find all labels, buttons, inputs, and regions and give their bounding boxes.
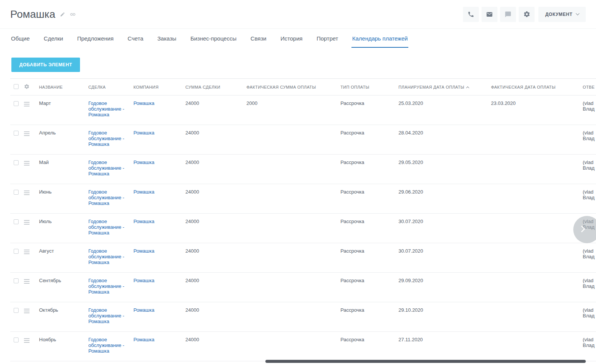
cell-planned-date: 25.03.2020: [394, 95, 486, 125]
row-checkbox[interactable]: [14, 337, 19, 342]
column-header[interactable]: СДЕЛКА: [84, 79, 129, 95]
row-menu-icon[interactable]: [24, 338, 30, 344]
responsible-name-text: Влад: [583, 165, 596, 171]
row-menu-icon[interactable]: [24, 279, 30, 285]
tab-6[interactable]: Связи: [250, 29, 267, 48]
company-link[interactable]: Ромашка: [133, 307, 154, 313]
row-checkbox[interactable]: [14, 278, 19, 283]
row-checkbox[interactable]: [14, 190, 19, 195]
settings-button[interactable]: [519, 7, 535, 22]
planned-date-text: 27.11.2020: [398, 337, 423, 342]
deal-link[interactable]: Годовое обслуживание - Ромашка: [88, 100, 124, 117]
row-menu-icon[interactable]: [24, 131, 30, 137]
column-header[interactable]: ОТВЕ: [578, 79, 596, 95]
responsible-login-text: (vlad: [583, 248, 596, 254]
tab-4[interactable]: Заказы: [157, 29, 177, 48]
add-element-button[interactable]: ДОБАВИТЬ ЭЛЕМЕНТ: [11, 58, 80, 72]
column-header[interactable]: КОМПАНИЯ: [129, 79, 181, 95]
row-checkbox[interactable]: [14, 131, 19, 136]
phone-button[interactable]: [463, 7, 479, 22]
row-checkbox[interactable]: [14, 219, 19, 224]
tab-7[interactable]: История: [280, 29, 303, 48]
cell-payment-type: Рассрочка: [336, 214, 394, 243]
tab-5[interactable]: Бизнес-процессы: [190, 29, 237, 48]
tab-2[interactable]: Предложения: [76, 29, 114, 48]
responsible-name-text: Влад: [583, 106, 596, 112]
cell-deal-sum: 24000: [181, 273, 242, 302]
cell-company: Ромашка: [129, 155, 181, 184]
cell-responsible: (vlad Влад: [578, 243, 596, 273]
company-link[interactable]: Ромашка: [133, 189, 154, 195]
cell-payment-type: Рассрочка: [336, 273, 394, 302]
row-checkbox[interactable]: [14, 249, 19, 254]
name-text: Июль: [39, 219, 52, 224]
company-link[interactable]: Ромашка: [133, 130, 154, 136]
deal-link[interactable]: Годовое обслуживание - Ромашка: [88, 248, 124, 265]
tab-3[interactable]: Счета: [127, 29, 144, 48]
tab-8[interactable]: Портрет: [316, 29, 339, 48]
tab-1[interactable]: Сделки: [43, 29, 64, 48]
cell-planned-date: 30.07.2020: [394, 214, 486, 243]
cell-actual-sum: 2000: [242, 95, 336, 125]
deal-link[interactable]: Годовое обслуживание - Ромашка: [88, 159, 124, 177]
company-link[interactable]: Ромашка: [133, 100, 154, 106]
company-link[interactable]: Ромашка: [133, 248, 154, 254]
sort-asc-icon: [466, 86, 469, 89]
column-header[interactable]: НАЗВАНИЕ: [35, 79, 84, 95]
cell-actual-date: [486, 155, 578, 184]
planned-date-text: 30.07.2020: [398, 219, 423, 224]
row-menu-icon[interactable]: [24, 250, 30, 255]
select-all-checkbox[interactable]: [14, 84, 19, 89]
cell-payment-type: Рассрочка: [336, 243, 394, 273]
planned-date-text: 28.04.2020: [398, 130, 423, 136]
table-row: Август Годовое обслуживание - Ромашка Ро…: [10, 243, 596, 273]
horizontal-scrollbar[interactable]: [265, 360, 586, 363]
cell-deal-sum: 24000: [181, 243, 242, 273]
chat-button[interactable]: [500, 7, 516, 22]
deal-link[interactable]: Годовое обслуживание - Ромашка: [88, 130, 124, 147]
table-row: Март Годовое обслуживание - Ромашка Рома…: [10, 95, 596, 125]
chevron-right-icon: [578, 225, 585, 232]
deal-link[interactable]: Годовое обслуживание - Ромашка: [88, 307, 124, 324]
deal-link[interactable]: Годовое обслуживание - Ромашка: [88, 337, 124, 354]
column-header[interactable]: ТИП ОПЛАТЫ: [336, 79, 394, 95]
tab-bar: ОбщиеСделкиПредложенияСчетаЗаказыБизнес-…: [0, 29, 596, 48]
tab-9[interactable]: Календарь платежей: [351, 29, 408, 48]
column-header[interactable]: ФАКТИЧЕСКАЯ ДАТА ОПЛАТЫ: [486, 79, 578, 95]
cell-responsible: (vlad Влад: [578, 155, 596, 184]
company-link[interactable]: Ромашка: [133, 159, 154, 165]
grid-settings-icon[interactable]: [24, 84, 30, 89]
company-link[interactable]: Ромашка: [133, 337, 154, 342]
cell-planned-date: 29.10.2020: [394, 302, 486, 332]
column-header[interactable]: ПЛАНИРУЕМАЯ ДАТА ОПЛАТЫ: [394, 79, 486, 95]
row-menu-icon[interactable]: [24, 161, 30, 167]
row-checkbox[interactable]: [14, 308, 19, 313]
cell-deal-sum: 24000: [181, 125, 242, 155]
cell-payment-type: Рассрочка: [336, 95, 394, 125]
document-button[interactable]: ДОКУМЕНТ: [538, 7, 586, 22]
cell-payment-type: Рассрочка: [336, 155, 394, 184]
row-check-cell: [10, 214, 22, 243]
email-button[interactable]: [482, 7, 497, 22]
company-link[interactable]: Ромашка: [133, 278, 154, 283]
cell-actual-sum: [242, 214, 336, 243]
edit-pencil-icon[interactable]: [60, 12, 65, 17]
row-menu-icon[interactable]: [24, 220, 30, 226]
link-icon[interactable]: [70, 11, 76, 17]
company-link[interactable]: Ромашка: [133, 219, 154, 224]
row-check-cell: [10, 332, 22, 361]
tab-0[interactable]: Общие: [10, 29, 30, 48]
deal-link[interactable]: Годовое обслуживание - Ромашка: [88, 189, 124, 206]
responsible-login-text: (vlad: [583, 189, 596, 195]
deal-link[interactable]: Годовое обслуживание - Ромашка: [88, 278, 124, 295]
deal-link[interactable]: Годовое обслуживание - Ромашка: [88, 219, 124, 236]
column-header[interactable]: ФАКТИЧЕСКАЯ СУММА ОПЛАТЫ: [242, 79, 336, 95]
row-menu-icon[interactable]: [24, 102, 30, 108]
column-header[interactable]: СУММА СДЕЛКИ: [181, 79, 242, 95]
row-menu-icon[interactable]: [24, 191, 30, 196]
row-checkbox[interactable]: [14, 160, 19, 165]
cell-company: Ромашка: [129, 184, 181, 214]
row-checkbox[interactable]: [14, 101, 19, 106]
row-menu-cell: [22, 95, 35, 125]
row-menu-icon[interactable]: [24, 309, 30, 314]
